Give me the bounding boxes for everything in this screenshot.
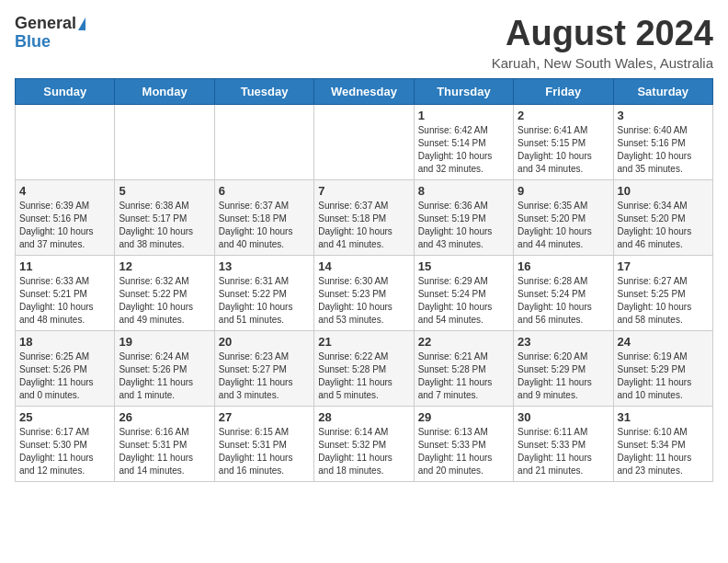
day-number: 11 [19, 259, 110, 273]
day-info: Sunrise: 6:13 AMSunset: 5:33 PMDaylight:… [418, 426, 509, 477]
day-number: 27 [219, 410, 310, 424]
day-number: 20 [219, 335, 310, 349]
calendar-cell: 2Sunrise: 6:41 AMSunset: 5:15 PMDaylight… [514, 104, 613, 179]
day-number: 28 [318, 410, 409, 424]
calendar-title: August 2024 [492, 15, 713, 53]
day-info: Sunrise: 6:10 AMSunset: 5:34 PMDaylight:… [618, 426, 709, 477]
day-info: Sunrise: 6:41 AMSunset: 5:15 PMDaylight:… [518, 124, 609, 176]
calendar-cell: 24Sunrise: 6:19 AMSunset: 5:29 PMDayligh… [613, 330, 712, 406]
day-info: Sunrise: 6:21 AMSunset: 5:28 PMDaylight:… [418, 350, 509, 402]
calendar-cell: 15Sunrise: 6:29 AMSunset: 5:24 PMDayligh… [414, 255, 513, 330]
weekday-header-sunday: Sunday [16, 78, 115, 104]
weekday-header-wednesday: Wednesday [314, 78, 414, 104]
calendar-cell: 28Sunrise: 6:14 AMSunset: 5:32 PMDayligh… [314, 406, 414, 481]
calendar-cell: 21Sunrise: 6:22 AMSunset: 5:28 PMDayligh… [314, 330, 414, 406]
day-number: 1 [418, 109, 509, 122]
calendar-cell: 19Sunrise: 6:24 AMSunset: 5:26 PMDayligh… [115, 330, 214, 406]
day-number: 25 [19, 410, 110, 424]
weekday-header-tuesday: Tuesday [214, 78, 313, 104]
day-number: 14 [318, 259, 409, 273]
week-row-1: 1Sunrise: 6:42 AMSunset: 5:14 PMDaylight… [16, 104, 713, 179]
day-info: Sunrise: 6:17 AMSunset: 5:30 PMDaylight:… [19, 426, 110, 477]
day-info: Sunrise: 6:33 AMSunset: 5:21 PMDaylight:… [19, 275, 110, 327]
day-info: Sunrise: 6:25 AMSunset: 5:26 PMDaylight:… [19, 350, 110, 402]
calendar-cell: 12Sunrise: 6:32 AMSunset: 5:22 PMDayligh… [115, 255, 214, 330]
day-info: Sunrise: 6:34 AMSunset: 5:20 PMDaylight:… [618, 200, 709, 251]
day-info: Sunrise: 6:19 AMSunset: 5:29 PMDaylight:… [618, 350, 709, 402]
day-number: 8 [418, 184, 509, 198]
day-number: 6 [219, 184, 310, 198]
calendar-cell: 13Sunrise: 6:31 AMSunset: 5:22 PMDayligh… [214, 255, 313, 330]
day-info: Sunrise: 6:37 AMSunset: 5:18 PMDaylight:… [318, 200, 409, 251]
calendar-cell: 23Sunrise: 6:20 AMSunset: 5:29 PMDayligh… [514, 330, 613, 406]
week-row-4: 18Sunrise: 6:25 AMSunset: 5:26 PMDayligh… [16, 330, 713, 406]
day-info: Sunrise: 6:39 AMSunset: 5:16 PMDaylight:… [19, 200, 110, 251]
day-number: 16 [518, 259, 609, 273]
calendar-cell: 30Sunrise: 6:11 AMSunset: 5:33 PMDayligh… [514, 406, 613, 481]
day-number: 9 [518, 184, 609, 198]
calendar-cell [314, 104, 414, 179]
day-info: Sunrise: 6:42 AMSunset: 5:14 PMDaylight:… [418, 124, 509, 176]
day-number: 2 [518, 109, 609, 122]
calendar-cell: 16Sunrise: 6:28 AMSunset: 5:24 PMDayligh… [514, 255, 613, 330]
calendar-cell: 27Sunrise: 6:15 AMSunset: 5:31 PMDayligh… [214, 406, 313, 481]
calendar-body: 1Sunrise: 6:42 AMSunset: 5:14 PMDaylight… [16, 104, 713, 481]
day-info: Sunrise: 6:29 AMSunset: 5:24 PMDaylight:… [418, 275, 509, 327]
day-info: Sunrise: 6:24 AMSunset: 5:26 PMDaylight:… [119, 350, 210, 402]
day-info: Sunrise: 6:16 AMSunset: 5:31 PMDaylight:… [119, 426, 210, 477]
day-info: Sunrise: 6:23 AMSunset: 5:27 PMDaylight:… [219, 350, 310, 402]
day-number: 26 [119, 410, 210, 424]
day-number: 12 [119, 259, 210, 273]
logo-general-text: General [15, 15, 76, 33]
calendar-cell: 25Sunrise: 6:17 AMSunset: 5:30 PMDayligh… [16, 406, 115, 481]
calendar-cell: 10Sunrise: 6:34 AMSunset: 5:20 PMDayligh… [613, 179, 712, 255]
weekday-header-row: SundayMondayTuesdayWednesdayThursdayFrid… [16, 78, 713, 104]
day-info: Sunrise: 6:36 AMSunset: 5:19 PMDaylight:… [418, 200, 509, 251]
calendar-cell: 6Sunrise: 6:37 AMSunset: 5:18 PMDaylight… [214, 179, 313, 255]
calendar-cell: 3Sunrise: 6:40 AMSunset: 5:16 PMDaylight… [613, 104, 712, 179]
day-number: 4 [19, 184, 110, 198]
calendar-cell: 11Sunrise: 6:33 AMSunset: 5:21 PMDayligh… [16, 255, 115, 330]
day-info: Sunrise: 6:32 AMSunset: 5:22 PMDaylight:… [119, 275, 210, 327]
calendar-cell: 29Sunrise: 6:13 AMSunset: 5:33 PMDayligh… [414, 406, 513, 481]
calendar-cell [16, 104, 115, 179]
day-number: 5 [119, 184, 210, 198]
calendar-subtitle: Karuah, New South Wales, Australia [492, 55, 713, 71]
day-number: 13 [219, 259, 310, 273]
day-info: Sunrise: 6:30 AMSunset: 5:23 PMDaylight:… [318, 275, 409, 327]
day-number: 29 [418, 410, 509, 424]
logo-triangle-icon [78, 17, 85, 30]
calendar-cell: 5Sunrise: 6:38 AMSunset: 5:17 PMDaylight… [115, 179, 214, 255]
day-number: 21 [318, 335, 409, 349]
day-info: Sunrise: 6:40 AMSunset: 5:16 PMDaylight:… [618, 124, 709, 176]
week-row-3: 11Sunrise: 6:33 AMSunset: 5:21 PMDayligh… [16, 255, 713, 330]
day-number: 10 [618, 184, 709, 198]
calendar-cell: 8Sunrise: 6:36 AMSunset: 5:19 PMDaylight… [414, 179, 513, 255]
day-info: Sunrise: 6:38 AMSunset: 5:17 PMDaylight:… [119, 200, 210, 251]
calendar-header: SundayMondayTuesdayWednesdayThursdayFrid… [16, 78, 713, 104]
calendar-cell: 31Sunrise: 6:10 AMSunset: 5:34 PMDayligh… [613, 406, 712, 481]
week-row-2: 4Sunrise: 6:39 AMSunset: 5:16 PMDaylight… [16, 179, 713, 255]
weekday-header-monday: Monday [115, 78, 214, 104]
calendar-cell: 26Sunrise: 6:16 AMSunset: 5:31 PMDayligh… [115, 406, 214, 481]
day-number: 22 [418, 335, 509, 349]
day-number: 15 [418, 259, 509, 273]
day-info: Sunrise: 6:35 AMSunset: 5:20 PMDaylight:… [518, 200, 609, 251]
day-info: Sunrise: 6:27 AMSunset: 5:25 PMDaylight:… [618, 275, 709, 327]
day-number: 24 [618, 335, 709, 349]
day-number: 7 [318, 184, 409, 198]
calendar-cell: 1Sunrise: 6:42 AMSunset: 5:14 PMDaylight… [414, 104, 513, 179]
day-number: 23 [518, 335, 609, 349]
calendar-cell: 9Sunrise: 6:35 AMSunset: 5:20 PMDaylight… [514, 179, 613, 255]
calendar-table: SundayMondayTuesdayWednesdayThursdayFrid… [15, 78, 713, 482]
day-info: Sunrise: 6:20 AMSunset: 5:29 PMDaylight:… [518, 350, 609, 402]
day-info: Sunrise: 6:22 AMSunset: 5:28 PMDaylight:… [318, 350, 409, 402]
day-info: Sunrise: 6:37 AMSunset: 5:18 PMDaylight:… [219, 200, 310, 251]
title-section: August 2024 Karuah, New South Wales, Aus… [492, 15, 713, 71]
day-number: 3 [618, 109, 709, 122]
calendar-cell: 22Sunrise: 6:21 AMSunset: 5:28 PMDayligh… [414, 330, 513, 406]
calendar-cell: 14Sunrise: 6:30 AMSunset: 5:23 PMDayligh… [314, 255, 414, 330]
logo-blue-text: Blue [15, 33, 51, 52]
day-number: 31 [618, 410, 709, 424]
calendar-cell: 17Sunrise: 6:27 AMSunset: 5:25 PMDayligh… [613, 255, 712, 330]
